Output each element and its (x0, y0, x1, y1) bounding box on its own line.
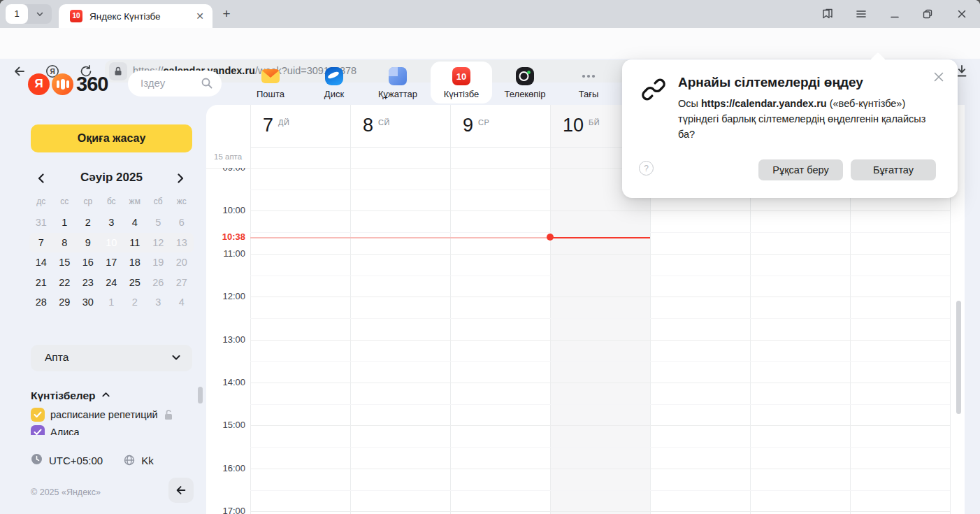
weekday-label: жм (123, 197, 147, 206)
minical-day[interactable]: 9 (76, 237, 100, 248)
hour-label: 14:00 (206, 377, 245, 387)
minical-day[interactable]: 2 (76, 217, 100, 228)
minical-day[interactable]: 6 (170, 217, 194, 228)
minical-day-number: 4 (179, 297, 185, 308)
minical-day[interactable]: 30 (76, 297, 100, 308)
service-label: Тағы (579, 89, 599, 99)
minical-day[interactable]: 14 (29, 257, 53, 268)
popup-close-icon[interactable] (932, 71, 945, 83)
minical-day[interactable]: 22 (53, 277, 77, 288)
calendars-section-toggle[interactable]: Күнтізбелер (31, 388, 110, 404)
minical-day[interactable]: 24 (100, 277, 124, 288)
weekday-label: дс (29, 197, 53, 206)
day-header[interactable]: 9СР (450, 105, 550, 147)
language-selector[interactable]: Kk (141, 455, 154, 466)
hour-gridline (250, 210, 950, 211)
service-docs[interactable]: Құжаттар (367, 62, 428, 103)
help-icon[interactable]: ? (639, 161, 654, 176)
service-more[interactable]: Тағы (558, 62, 619, 103)
minical-day[interactable]: 3 (100, 217, 124, 228)
telemost-icon (514, 65, 535, 87)
search-icon (201, 77, 213, 92)
minimize-icon[interactable] (888, 8, 901, 20)
service-mail[interactable]: Пошта (240, 62, 301, 103)
minical-day[interactable]: 11 (123, 237, 147, 248)
minical-day[interactable]: 16 (76, 257, 100, 268)
address-bar-row: Я https://calendar.yandex.ru/week?uid=30… (0, 28, 980, 59)
minical-day[interactable]: 3 (147, 297, 171, 308)
minical-day[interactable]: 28 (29, 297, 53, 308)
hour-label: 11:00 (206, 248, 245, 259)
minical-day[interactable]: 23 (76, 277, 100, 288)
calendar-checkbox[interactable] (31, 408, 45, 422)
calendar-checkbox[interactable] (31, 425, 45, 436)
minical-day[interactable]: 17 (100, 257, 124, 268)
minical-day[interactable]: 13 (170, 237, 194, 248)
search-input[interactable]: Іздеу (128, 71, 222, 97)
day-header[interactable]: 7ДЙ (250, 105, 350, 147)
timezone-row: UTC+05:00 Kk (31, 453, 154, 467)
hour-label: 10:00 (206, 205, 245, 215)
day-number: 8 (363, 115, 373, 136)
minical-day-number: 3 (108, 217, 114, 228)
minical-day[interactable]: 26 (147, 277, 171, 288)
view-select[interactable]: Апта (31, 345, 192, 371)
tab-panels-icon[interactable] (821, 8, 834, 20)
calendar-scrollbar[interactable] (956, 301, 961, 414)
grid-vertical-line (250, 105, 251, 514)
calendar-name: Алиса (50, 427, 80, 436)
tab-close-icon[interactable]: ✕ (194, 10, 206, 22)
calendar-list-item[interactable]: Алиса (31, 423, 199, 435)
week-number-cell: 15 апта (206, 147, 250, 168)
minical-day-number: 31 (36, 217, 47, 228)
timezone-value[interactable]: UTC+05:00 (49, 455, 103, 466)
minical-day[interactable]: 4 (170, 297, 194, 308)
day-number: 7 (263, 115, 273, 136)
chevron-up-icon (101, 390, 110, 402)
half-hour-gridline (250, 447, 950, 448)
minical-day[interactable]: 2 (123, 297, 147, 308)
minical-day[interactable]: 1 (100, 297, 124, 308)
tab-group-control[interactable]: 1 (6, 4, 52, 24)
minical-day[interactable]: 19 (147, 257, 171, 268)
browser-tab[interactable]: 10 Яндекс Күнтізбе ✕ (59, 4, 212, 28)
calendar-icon: 10 (451, 65, 472, 87)
minical-day[interactable]: 12 (147, 237, 171, 248)
minical-day[interactable]: 25 (123, 277, 147, 288)
chevron-down-icon[interactable] (28, 10, 52, 18)
block-button[interactable]: Бұғаттау (851, 159, 936, 180)
minical-day-selected[interactable]: 10 (100, 237, 124, 248)
minical-day[interactable]: 1 (53, 217, 77, 228)
minical-day[interactable]: 27 (170, 277, 194, 288)
new-tab-button[interactable]: + (218, 6, 235, 22)
day-header[interactable]: 8СЙ (350, 105, 450, 147)
yandex-360-logo[interactable]: Я 360 (28, 72, 108, 96)
minical-day[interactable]: 31 (29, 217, 53, 228)
sidebar-scrollbar[interactable] (198, 387, 203, 404)
minical-day[interactable]: 8 (53, 237, 77, 248)
minical-day[interactable]: 18 (123, 257, 147, 268)
allow-button[interactable]: Рұқсат беру (758, 159, 843, 180)
service-disk[interactable]: Диск (303, 62, 365, 103)
calendar-list-item[interactable]: расписание репетиций (31, 406, 199, 423)
collapse-sidebar-button[interactable] (168, 478, 194, 503)
menu-icon[interactable] (855, 8, 867, 20)
minical-day[interactable]: 15 (53, 257, 77, 268)
service-telemost[interactable]: Телекөпір (494, 62, 556, 103)
create-event-button[interactable]: Оқиға жасау (31, 124, 192, 152)
next-month-icon[interactable] (174, 172, 188, 186)
current-time-line-past (250, 237, 550, 238)
restore-icon[interactable] (921, 8, 934, 20)
tab-count-badge[interactable]: 1 (6, 4, 28, 24)
minical-day[interactable]: 29 (53, 297, 77, 308)
minical-day[interactable]: 4 (123, 217, 147, 228)
copyright-text: © 2025 «Яндекс» (31, 487, 101, 497)
service-calendar[interactable]: 10Күнтізбе (431, 62, 492, 103)
sidebar: Оқиға жасау Сәуір 2025 дссссрбсжмсбжс 31… (14, 105, 206, 514)
minical-day-number: 6 (179, 217, 185, 228)
minical-day[interactable]: 5 (147, 217, 171, 228)
minical-day[interactable]: 21 (29, 277, 53, 288)
minical-day[interactable]: 7 (29, 237, 53, 248)
close-window-icon[interactable] (956, 8, 968, 20)
minical-day[interactable]: 20 (170, 257, 194, 268)
